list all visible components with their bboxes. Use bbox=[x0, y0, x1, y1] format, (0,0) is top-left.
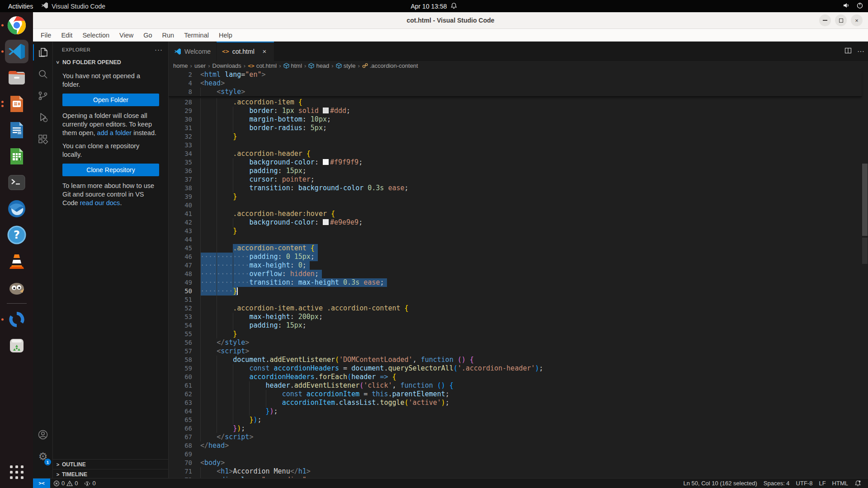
notifications-bell-icon[interactable] bbox=[851, 480, 864, 487]
code-line-36[interactable]: 36 padding: 15px; bbox=[169, 167, 862, 175]
menu-help[interactable]: Help bbox=[214, 29, 237, 41]
code-line-38[interactable]: 38 transition: background-color 0.3s eas… bbox=[169, 184, 862, 192]
dock-item-updater[interactable] bbox=[0, 306, 33, 333]
sticky-line-8[interactable]: 8 <style> bbox=[169, 88, 862, 96]
code-line-43[interactable]: 43 } bbox=[169, 227, 862, 235]
dock-item-gimp[interactable] bbox=[0, 274, 33, 300]
code-line-34[interactable]: 34 .accordion-header { bbox=[169, 150, 862, 158]
status-indentation[interactable]: Spaces: 4 bbox=[760, 480, 793, 487]
activities-button[interactable]: Activities bbox=[0, 0, 41, 12]
code-line-49[interactable]: ············49 transition: max-height 0.… bbox=[169, 278, 862, 287]
code-line-52[interactable]: 52 .accordion-item.active .accordion-con… bbox=[169, 304, 862, 313]
menu-go[interactable]: Go bbox=[138, 29, 157, 41]
code-line-44[interactable]: 44 bbox=[169, 235, 862, 244]
dock-item-terminal[interactable] bbox=[0, 169, 33, 196]
code-line-30[interactable]: 30 margin-bottom: 10px; bbox=[169, 115, 862, 124]
tab-welcome[interactable]: Welcome bbox=[169, 42, 216, 61]
status-encoding[interactable]: UTF-8 bbox=[793, 480, 816, 487]
menu-run[interactable]: Run bbox=[157, 29, 179, 41]
menu-edit[interactable]: Edit bbox=[56, 29, 77, 41]
dock-item-vscode[interactable] bbox=[0, 38, 33, 65]
activity-account[interactable] bbox=[33, 424, 53, 446]
code-line-31[interactable]: 31 border-radius: 5px; bbox=[169, 124, 862, 132]
section-no-folder-opened[interactable]: > NO FOLDER OPENED bbox=[53, 57, 168, 67]
breadcrumb-Downloads[interactable]: Downloads bbox=[212, 62, 241, 69]
activity-extensions-icon[interactable] bbox=[33, 128, 53, 150]
code-line-29[interactable]: 29 border: 1px solid #ddd; bbox=[169, 107, 862, 115]
dock-item-writer[interactable] bbox=[0, 117, 33, 143]
code-line-60[interactable]: 60 accordionHeaders.forEach(header => { bbox=[169, 373, 862, 381]
show-applications-button[interactable] bbox=[0, 459, 33, 485]
code-line-65[interactable]: 65 }); bbox=[169, 416, 862, 424]
open-folder-button[interactable]: Open Folder bbox=[62, 94, 159, 106]
code-line-59[interactable]: 59 const accordionHeaders = document.que… bbox=[169, 364, 862, 373]
status-language-mode[interactable]: HTML bbox=[829, 480, 851, 487]
breadcrumb-head[interactable]: head bbox=[308, 62, 329, 69]
dock-item-thunderbird[interactable] bbox=[0, 196, 33, 222]
dock-item-vlc[interactable] bbox=[0, 248, 33, 274]
code-editor[interactable]: 28 .accordion-item {29 border: 1px solid… bbox=[169, 70, 868, 479]
activity-search-icon[interactable] bbox=[33, 63, 53, 85]
add-folder-link[interactable]: add a folder bbox=[97, 129, 132, 136]
menu-file[interactable]: File bbox=[36, 29, 56, 41]
breadcrumb--accordion-content[interactable]: .accordion-content bbox=[362, 62, 418, 69]
menu-terminal[interactable]: Terminal bbox=[179, 29, 214, 41]
breadcrumb-style[interactable]: style bbox=[336, 62, 356, 69]
code-line-51[interactable]: 51 bbox=[169, 296, 862, 304]
code-line-50[interactable]: ········50 } bbox=[169, 287, 862, 296]
code-line-47[interactable]: ············47 max-height: 0; bbox=[169, 261, 862, 270]
clone-repository-button[interactable]: Clone Repository bbox=[62, 164, 159, 176]
code-line-56[interactable]: 56 </style> bbox=[169, 338, 862, 347]
code-line-70[interactable]: 70<body> bbox=[169, 459, 862, 467]
breadcrumb-cot-html[interactable]: <>cot.html bbox=[248, 62, 277, 69]
code-line-68[interactable]: 68</head> bbox=[169, 441, 862, 450]
editor-more-actions[interactable]: ··· bbox=[857, 47, 864, 56]
window-titlebar[interactable]: cot.html - Visual Studio Code × bbox=[33, 12, 868, 29]
dock-item-trash[interactable] bbox=[0, 333, 33, 359]
breadcrumb-home[interactable]: home bbox=[173, 62, 188, 69]
code-line-64[interactable]: 64 }); bbox=[169, 407, 862, 416]
close-button[interactable]: × bbox=[851, 14, 863, 26]
outline-section[interactable]: > OUTLINE bbox=[53, 459, 168, 469]
code-line-42[interactable]: 42 background-color: #e9e9e9; bbox=[169, 218, 862, 227]
code-line-32[interactable]: 32 } bbox=[169, 132, 862, 141]
code-line-63[interactable]: 63 accordionItem.classList.toggle('activ… bbox=[169, 399, 862, 407]
editor-scrollbar[interactable] bbox=[862, 70, 868, 479]
activity-explorer-icon[interactable] bbox=[33, 42, 53, 63]
code-line-57[interactable]: 57 <script> bbox=[169, 347, 862, 356]
activity-run-debug-icon[interactable] bbox=[33, 107, 53, 128]
menu-view[interactable]: View bbox=[114, 29, 138, 41]
split-editor-icon[interactable] bbox=[844, 47, 852, 56]
tab-cot-html[interactable]: <>cot.html× bbox=[217, 42, 274, 61]
ports-indicator[interactable]: 0 bbox=[81, 479, 99, 488]
read-our-docs-link[interactable]: read our docs bbox=[80, 199, 120, 206]
code-line-66[interactable]: 66 }); bbox=[169, 424, 862, 433]
close-tab-icon[interactable]: × bbox=[260, 47, 269, 55]
code-line-67[interactable]: 67 </script> bbox=[169, 433, 862, 441]
breadcrumb-html[interactable]: html bbox=[283, 62, 302, 69]
sidebar-more-actions[interactable]: ··· bbox=[155, 46, 163, 53]
code-line-45[interactable]: 45 .accordion-content { bbox=[169, 244, 862, 253]
code-line-28[interactable]: 28 .accordion-item { bbox=[169, 98, 862, 107]
code-line-37[interactable]: 37 cursor: pointer; bbox=[169, 175, 862, 184]
dock-item-calc[interactable] bbox=[0, 143, 33, 169]
timeline-section[interactable]: > TIMELINE bbox=[53, 469, 168, 479]
status-cursor-position[interactable]: Ln 50, Col 10 (162 selected) bbox=[680, 480, 760, 487]
dock-item-impress[interactable] bbox=[0, 91, 33, 117]
activity-source-control-icon[interactable] bbox=[33, 85, 53, 107]
remote-indicator[interactable]: >< bbox=[33, 479, 50, 488]
code-line-62[interactable]: 62 const accordionItem = this.parentElem… bbox=[169, 390, 862, 399]
problems-indicator[interactable]: 0 0 bbox=[50, 479, 81, 488]
breadcrumb-user[interactable]: user bbox=[194, 62, 206, 69]
dock-item-files[interactable] bbox=[0, 65, 33, 91]
clock-menu[interactable]: Apr 10 13:58 bbox=[410, 0, 457, 12]
code-line-55[interactable]: 55 } bbox=[169, 330, 862, 338]
dock-item-chrome[interactable] bbox=[0, 12, 33, 38]
activity-settings-gear[interactable]: ⚙1 bbox=[33, 446, 53, 467]
system-status-area[interactable] bbox=[843, 0, 863, 12]
code-line-69[interactable]: 69 bbox=[169, 450, 862, 459]
maximize-button[interactable] bbox=[835, 14, 847, 26]
code-line-39[interactable]: 39 } bbox=[169, 192, 862, 201]
sticky-line-2[interactable]: 2<html lang="en"> bbox=[169, 70, 862, 79]
scrollbar-thumb[interactable] bbox=[862, 164, 868, 236]
